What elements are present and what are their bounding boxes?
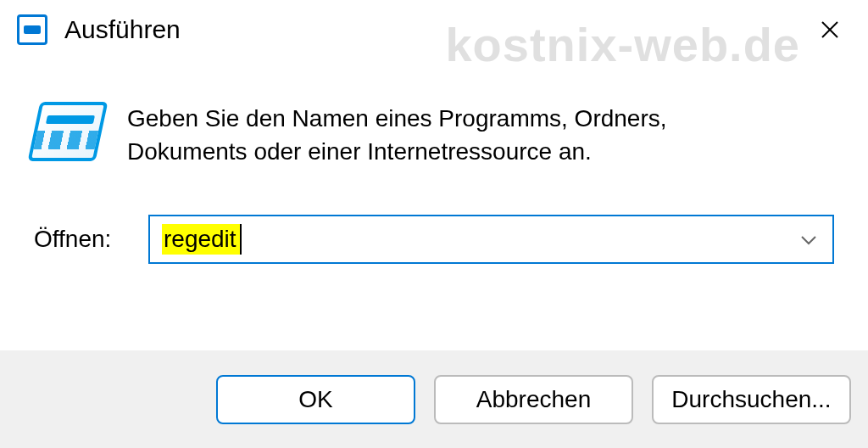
titlebar: Ausführen	[0, 0, 868, 59]
window-title: Ausführen	[64, 15, 181, 44]
browse-button[interactable]: Durchsuchen...	[652, 375, 851, 424]
open-input-value[interactable]: regedit	[162, 224, 242, 255]
run-dialog-icon	[28, 102, 108, 161]
open-label: Öffnen:	[34, 226, 127, 253]
button-row: OK Abbrechen Durchsuchen...	[0, 350, 868, 448]
close-button[interactable]	[809, 8, 851, 51]
cancel-button[interactable]: Abbrechen	[434, 375, 633, 424]
chevron-down-icon[interactable]	[800, 228, 817, 250]
ok-button[interactable]: OK	[216, 375, 415, 424]
instruction-text: Geben Sie den Namen eines Programms, Ord…	[127, 102, 754, 168]
close-icon	[820, 20, 840, 40]
run-dialog-icon-small	[17, 14, 47, 45]
open-combobox[interactable]: regedit	[148, 215, 834, 264]
dialog-content: Geben Sie den Namen eines Programms, Ord…	[0, 59, 868, 298]
